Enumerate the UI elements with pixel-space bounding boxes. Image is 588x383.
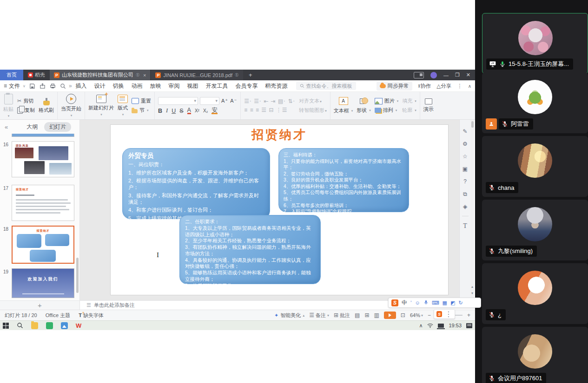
notes-toggle-button[interactable]: ☰备注▾ [309, 312, 329, 319]
slide-title[interactable]: 招贤纳才 [111, 127, 448, 143]
save-icon[interactable] [29, 83, 35, 89]
participant-tile[interactable]: 会议用户897601 [482, 327, 588, 383]
smart-graphic-button[interactable]: 转智能图形 [299, 107, 327, 114]
cut-button[interactable]: ✂剪切 [17, 97, 35, 104]
thumbnail-slide-17[interactable]: 招贤纳才 [12, 185, 74, 221]
text-effect-icon[interactable]: 安 [211, 107, 218, 115]
display-tray-icon[interactable] [438, 324, 444, 328]
clipboard-tool-icon[interactable]: ⧉ [463, 191, 467, 197]
menu-slideshow[interactable]: 放映 [150, 82, 161, 90]
participant-tile[interactable]: 九黎(smiling) [482, 200, 588, 260]
photos-app-icon[interactable] [61, 322, 68, 329]
more-icon[interactable]: ⋮ [445, 310, 452, 318]
thumbnail-slide-16[interactable]: 团队风采 [12, 141, 74, 177]
participant-tile[interactable]: 阿雷雷 [482, 72, 588, 133]
collapse-ribbon-icon[interactable] [468, 83, 471, 89]
sogou-logo-icon[interactable]: S [391, 299, 398, 306]
more-quick-icons[interactable] [69, 83, 72, 89]
thumbnail-slide-19[interactable]: 欢迎加入我们 [12, 268, 74, 298]
font-decrease-icon[interactable]: A⁻ [230, 98, 237, 104]
participant-tile[interactable]: chana [482, 136, 588, 197]
normal-view-icon[interactable]: ▤ [355, 312, 360, 318]
share-button[interactable]: △分享 [436, 83, 451, 90]
paste-button[interactable]: 粘贴 [3, 94, 13, 118]
account-avatar[interactable] [430, 72, 437, 78]
sogou-logo-icon[interactable]: S [436, 311, 442, 317]
align-text-button[interactable]: 对齐文本 [299, 97, 327, 104]
menu-insert[interactable]: 插入 [76, 82, 87, 90]
sync-status-button[interactable]: 同步异常 [377, 82, 412, 91]
canvas-scrollbar[interactable]: ▲ ▼ [470, 120, 474, 300]
beautify-tool-icon[interactable]: ☆ [462, 153, 468, 160]
properties-tool-icon[interactable]: ⚙ [462, 141, 468, 147]
missing-font-warning[interactable]: T缺失字体 [79, 312, 104, 319]
command-search-box[interactable]: 查找命令、搜索模板 [296, 82, 356, 90]
outline-button[interactable]: 轮廓 [402, 107, 416, 114]
picture-button[interactable]: 图片 [375, 97, 399, 104]
collapse-panel-icon[interactable] [5, 123, 8, 130]
menu-animation[interactable]: 动画 [132, 82, 143, 90]
next-slide-icon[interactable]: ▼ [470, 292, 474, 295]
tab-slides[interactable]: 幻灯片 [44, 122, 71, 132]
collaborate-button[interactable]: 🯅协作 [418, 83, 431, 90]
scrollbar-thumb[interactable] [471, 121, 474, 128]
play-from-current-button[interactable]: 当页开始 [61, 94, 81, 117]
file-explorer-icon[interactable] [31, 322, 38, 329]
design-tool-icon[interactable]: ✎ [462, 128, 467, 135]
font-color-button[interactable]: A [187, 107, 191, 115]
present-pane-button[interactable]: 演示 [423, 98, 434, 113]
skin-icon[interactable]: ◩ [450, 300, 455, 306]
wps-app-icon[interactable]: W [76, 322, 81, 329]
menu-transition[interactable]: 切换 [113, 82, 124, 90]
thumbnail-scrollbar[interactable] [76, 258, 79, 293]
tab-outline[interactable]: 大纲 [26, 123, 38, 131]
menu-docer-resource[interactable]: 稻壳资源 [265, 82, 288, 90]
menu-member[interactable]: 会员专享 [236, 82, 258, 90]
text-tool-icon[interactable]: T [463, 222, 467, 230]
fill-button[interactable]: 填充 [402, 97, 416, 104]
reset-button[interactable]: 重置 [132, 97, 151, 104]
theme-name[interactable]: Office 主题 [46, 312, 71, 319]
beautify-button[interactable]: ✦智能美化▴ [274, 312, 304, 319]
arrange-button[interactable]: 排列 [375, 107, 399, 114]
slide-textbox-requirements[interactable]: 二、任职要求： 1、大专及以上学历，国际贸易或者商务英语相关专业，英语四级以上或… [179, 215, 321, 284]
zoom-level-select[interactable]: 64%▾ [410, 312, 423, 318]
underline-button[interactable]: U [172, 108, 176, 114]
add-slide-button[interactable]: + [0, 300, 80, 310]
italic-button[interactable]: I [166, 107, 168, 114]
doc-tab-inactive[interactable]: P JINAN RUIJIE...GUE 2018.pdf ① [151, 70, 243, 80]
font-size-select[interactable]: ▾ [200, 97, 219, 105]
text-box-button[interactable]: 文本框 [334, 107, 353, 114]
print-icon[interactable] [50, 83, 56, 89]
tray-expand-icon[interactable]: ∧ [419, 323, 423, 329]
green-app-icon[interactable] [46, 322, 53, 329]
slide-sorter-icon[interactable]: ⊞ [364, 312, 369, 318]
emoji-icon[interactable]: ☺ [415, 300, 420, 305]
sogou-status-chip[interactable]: S ⋮ [434, 309, 455, 319]
format-painter-button[interactable]: 格式刷 [39, 98, 54, 114]
window-mode-icon[interactable] [414, 72, 424, 78]
notification-center-icon[interactable] [466, 323, 472, 328]
input-mode-indicator[interactable]: 中 [402, 299, 407, 307]
menu-review[interactable]: 审阅 [169, 82, 180, 90]
more-tools-icon[interactable]: ↻ [458, 300, 462, 306]
copy-button[interactable]: 复制 [17, 107, 35, 114]
strikethrough-button[interactable]: S [179, 108, 183, 114]
thumbnail-slide-18-selected[interactable]: 招贤纳才 [12, 226, 74, 264]
bold-button[interactable]: B [158, 108, 162, 114]
layout-button[interactable]: 版式 [118, 95, 128, 117]
new-slide-button[interactable]: 新建幻灯片 [88, 95, 114, 117]
tab-docer[interactable]: 稻壳 [23, 70, 50, 80]
punctuation-icon[interactable]: ’ [410, 300, 411, 305]
superscript-button[interactable]: X² [195, 108, 199, 113]
zoom-out-button[interactable]: − [428, 312, 431, 318]
new-tab-button[interactable]: + [243, 70, 258, 80]
menu-view[interactable]: 视图 [187, 82, 198, 90]
protect-tool-icon[interactable]: ◈ [463, 203, 467, 210]
menu-design[interactable]: 设计 [94, 82, 106, 90]
slide-textbox-benefits[interactable]: 三、福利待遇： 1、只要你的能力得到认可，薪资绝对高于济南市最高水平； 2、签订… [278, 148, 409, 212]
slide-18-editing-surface[interactable]: 招贤纳才 外贸专员 一、岗位职责： 1、维护所在区域客户及业务，积极开发海外新客… [110, 124, 449, 295]
wifi-icon[interactable] [427, 323, 433, 328]
reading-view-icon[interactable]: ▥ [374, 312, 379, 318]
start-button[interactable] [3, 323, 9, 329]
